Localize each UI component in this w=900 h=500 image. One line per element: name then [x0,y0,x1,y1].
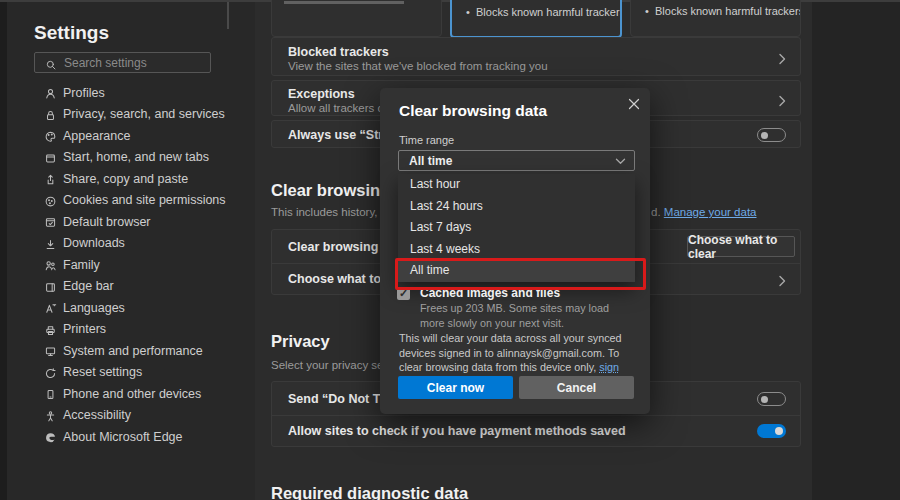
row-title: Exceptions [288,87,355,101]
option-last-24-hours[interactable]: Last 24 hours [398,196,635,218]
strict-tracking-toggle[interactable] [757,128,786,142]
do-not-track-toggle[interactable] [757,392,786,406]
appearance-icon [44,129,57,142]
chevron-right-icon[interactable] [778,273,788,291]
tracking-level-card-basic[interactable] [271,0,442,37]
row-title: Blocked trackers [288,45,389,59]
sidebar-item-downloads[interactable]: Downloads [44,233,244,255]
privacy-icon [44,108,57,121]
sidebar-item-system[interactable]: System and performance [44,340,244,362]
checkbox-label: Cached images and files [420,286,560,300]
tracking-level-card-balanced[interactable]: • Blocks known harmful trackers [450,0,622,38]
dialog-title: Clear browsing data [399,102,547,120]
sidebar-item-profiles[interactable]: Profiles [44,82,244,104]
option-last-4-weeks[interactable]: Last 4 weeks [398,239,635,261]
sidebar-item-label: Downloads [63,236,125,250]
checkbox-desc: Frees up 203 MB. Some sites may load mor… [420,301,625,330]
search-icon [45,57,57,69]
share-icon [44,172,57,185]
card-bullet-text: Blocks known harmful trackers [655,5,801,17]
tracking-level-card-strict[interactable]: • Blocks known harmful trackers [630,0,801,37]
selected-value: All time [409,154,452,168]
sidebar-item-label: Edge bar [63,279,114,293]
diagnostics-section-title: Required diagnostic data [271,484,468,500]
option-last-7-days[interactable]: Last 7 days [398,217,635,239]
sidebar-item-printers[interactable]: Printers [44,319,244,341]
privacy-section-title: Privacy [271,332,330,351]
window-left-edge [0,0,7,500]
option-last-hour[interactable]: Last hour [398,174,635,196]
system-icon [44,344,57,357]
time-range-label: Time range [399,134,454,146]
sidebar-item-label: System and performance [63,344,203,358]
sidebar-item-phone[interactable]: Phone and other devices [44,383,244,405]
edge-logo-icon [44,430,57,443]
sidebar-item-label: Start, home, and new tabs [63,150,209,164]
edge-bar-icon [44,280,57,293]
sidebar-item-label: Languages [63,301,125,315]
manage-your-data-link[interactable]: Manage your data [664,206,757,218]
time-range-select[interactable]: All time [398,150,635,171]
search-placeholder: Search settings [64,56,147,70]
clear-browsing-data-dialog: Clear browsing data Time range All time … [380,88,650,414]
sidebar-item-label: Cookies and site permissions [63,193,226,207]
languages-icon [44,301,57,314]
sidebar-item-label: Reset settings [63,365,142,379]
printers-icon [44,323,57,336]
sidebar-item-label: Printers [63,322,106,336]
sidebar-item-label: Privacy, search, and services [63,107,225,121]
sidebar-item-label: Appearance [63,129,130,143]
payment-methods-toggle[interactable] [757,424,786,438]
phone-icon [44,387,57,400]
start-home-icon [44,151,57,164]
sidebar-item-label: Share, copy and paste [63,172,188,186]
sidebar-item-share[interactable]: Share, copy and paste [44,168,244,190]
chevron-right-icon[interactable] [778,93,788,111]
chevron-down-icon [615,152,626,170]
sync-note-text: This will clear your data across all you… [399,332,622,373]
desc-fragment: d. [651,206,661,218]
sidebar-item-languages[interactable]: Languages [44,297,244,319]
sidebar-item-accessibility[interactable]: Accessibility [44,405,244,427]
sidebar-item-label: Phone and other devices [63,387,201,401]
family-icon [44,258,57,271]
sidebar-item-about-edge[interactable]: About Microsoft Edge [44,426,244,448]
cached-images-checkbox[interactable]: ✓ [397,287,410,300]
sidebar-item-cookies[interactable]: Cookies and site permissions [44,190,244,212]
cancel-button[interactable]: Cancel [519,376,634,399]
card-divider [272,415,800,416]
sidebar-item-label: Accessibility [63,408,131,422]
search-input[interactable]: Search settings [34,52,211,73]
accessibility-icon [44,409,57,422]
sidebar-item-family[interactable]: Family [44,254,244,276]
close-icon[interactable] [628,96,640,114]
sidebar-item-reset[interactable]: Reset settings [44,362,244,384]
sidebar-item-start-home[interactable]: Start, home, and new tabs [44,147,244,169]
sidebar-item-privacy[interactable]: Privacy, search, and services [44,104,244,126]
sidebar-item-label: Family [63,258,100,272]
clear-section-desc-end: d. Manage your data [651,206,757,218]
option-all-time[interactable]: All time [398,260,635,282]
clear-now-button[interactable]: Clear now [398,376,513,399]
bullet-glyph: • [645,5,649,17]
right-margin [812,0,900,500]
time-range-dropdown: Last hour Last 24 hours Last 7 days Last… [398,174,635,282]
sidebar-item-label: About Microsoft Edge [63,430,183,444]
sidebar-item-appearance[interactable]: Appearance [44,125,244,147]
sidebar-item-default-browser[interactable]: Default browser [44,211,244,233]
sidebar-scrollbar[interactable] [227,2,229,29]
clipped-text-line [284,1,404,4]
sidebar-item-edge-bar[interactable]: Edge bar [44,276,244,298]
page-title: Settings [34,22,109,44]
row-title: Allow sites to check if you have payment… [288,424,626,438]
row-desc: View the sites that we've blocked from t… [288,60,548,72]
reset-icon [44,366,57,379]
profiles-icon [44,86,57,99]
default-browser-icon [44,215,57,228]
chevron-right-icon[interactable] [778,51,788,69]
choose-what-to-clear-button[interactable]: Choose what to clear [687,236,795,257]
downloads-icon [44,237,57,250]
card-bullet-text: Blocks known harmful trackers [476,6,622,18]
bullet-glyph: • [466,6,470,18]
blocked-trackers-row[interactable]: Blocked trackers View the sites that we'… [271,37,801,76]
